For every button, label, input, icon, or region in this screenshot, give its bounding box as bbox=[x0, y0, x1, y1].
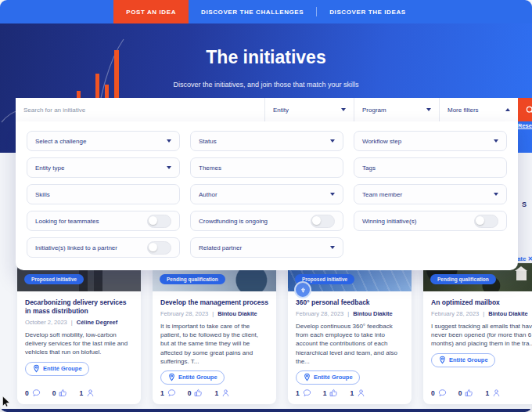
footer-edge bbox=[0, 409, 532, 412]
initiative-card[interactable]: Pending qualification An optimized mailb… bbox=[423, 263, 532, 404]
post-an-idea-button[interactable]: POST AN IDEA bbox=[113, 0, 189, 23]
initiative-card[interactable]: Proposed initiative Decarbonizing delive… bbox=[17, 263, 141, 404]
initiatives-card-grid: Proposed initiative Decarbonizing delive… bbox=[0, 263, 532, 404]
likes-count: 0 bbox=[52, 389, 56, 397]
card-body: Develop the management process February … bbox=[153, 291, 276, 404]
filter-label: Workflow step bbox=[362, 138, 401, 145]
filter-status[interactable]: Status bbox=[190, 131, 343, 151]
award-gem-icon bbox=[294, 281, 311, 298]
initiative-author[interactable]: Bintou Diakite bbox=[353, 310, 392, 317]
filter-label: Team member bbox=[362, 191, 402, 198]
entity-tag[interactable]: Entité Groupe bbox=[160, 370, 225, 385]
caret-up-icon bbox=[505, 108, 510, 111]
likes-stat[interactable]: 0 bbox=[458, 389, 474, 397]
likes-stat[interactable]: 0 bbox=[188, 389, 203, 397]
entity-dropdown[interactable]: Entity bbox=[264, 98, 354, 121]
likes-stat[interactable]: 0 bbox=[52, 389, 68, 397]
initiative-title[interactable]: Decarbonizing delivery services in mass … bbox=[25, 298, 133, 316]
teammates-toggle[interactable] bbox=[147, 215, 171, 228]
card-body: Decarbonizing delivery services in mass … bbox=[17, 291, 141, 404]
advanced-filters-panel: Select a challenge Status Workflow step … bbox=[16, 121, 518, 270]
initiative-author[interactable]: Céline Degreef bbox=[77, 319, 118, 326]
filter-entity-type[interactable]: Entity type bbox=[27, 157, 180, 178]
comment-icon bbox=[303, 389, 311, 397]
initiatives-page: POST AN IDEA DISCOVER THE CHALLENGES DIS… bbox=[0, 0, 532, 412]
filter-author[interactable]: Author bbox=[190, 184, 343, 204]
initiative-meta: February 28, 2023 | Bintou Diakite bbox=[296, 310, 404, 317]
filter-label: Winning initiative(s) bbox=[362, 218, 416, 225]
likes-count: 1 bbox=[323, 389, 327, 397]
filter-bar: Entity Program More filters bbox=[16, 98, 518, 122]
map-pin-icon bbox=[303, 373, 311, 381]
initiative-description: Develop continuous 360° feedback from ea… bbox=[296, 322, 404, 366]
initiative-title[interactable]: 360° personal feedback bbox=[296, 298, 404, 307]
members-stat[interactable]: 1 bbox=[350, 389, 365, 397]
search-icon bbox=[526, 106, 532, 114]
members-stat[interactable]: 1 bbox=[79, 389, 95, 397]
caret-down-icon bbox=[341, 108, 346, 111]
chip-close-icon[interactable]: ✕ bbox=[527, 255, 532, 262]
initiative-title[interactable]: Develop the management process bbox=[160, 298, 268, 307]
filter-label: Select a challenge bbox=[35, 138, 86, 145]
filter-label: Status bbox=[199, 138, 217, 145]
filter-label: Entity type bbox=[35, 164, 64, 172]
card-stats: 0 0 1 bbox=[431, 389, 532, 397]
initiative-card[interactable]: Pending qualification Develop the manage… bbox=[153, 263, 276, 404]
reset-link[interactable]: Reset bbox=[518, 122, 532, 129]
thumbs-up-icon bbox=[59, 389, 67, 397]
map-pin-icon bbox=[438, 356, 447, 364]
nav-link-discover-ideas[interactable]: DISCOVER THE IDEAS bbox=[317, 9, 418, 16]
person-icon bbox=[221, 389, 230, 397]
comment-icon bbox=[438, 389, 447, 397]
search-input[interactable] bbox=[16, 98, 264, 121]
comments-stat[interactable]: 0 bbox=[431, 389, 447, 397]
comments-stat[interactable]: 0 bbox=[25, 389, 41, 397]
members-count: 1 bbox=[350, 389, 354, 397]
nav-link-discover-challenges[interactable]: DISCOVER THE CHALLENGES bbox=[189, 9, 316, 16]
caret-down-icon bbox=[330, 246, 335, 249]
filter-tags-input[interactable]: Tags bbox=[354, 157, 507, 178]
filter-select-challenge[interactable]: Select a challenge bbox=[27, 131, 180, 151]
map-pin-icon bbox=[167, 373, 176, 381]
entity-dropdown-label: Entity bbox=[273, 107, 289, 114]
caret-down-icon bbox=[494, 193, 498, 196]
search-submit-button[interactable] bbox=[518, 98, 532, 121]
crowdfunding-toggle[interactable] bbox=[311, 215, 335, 228]
initiative-author[interactable]: Bintou Diakite bbox=[217, 310, 257, 317]
filter-skills-input[interactable]: Skills bbox=[27, 184, 180, 204]
likes-stat[interactable]: 1 bbox=[323, 389, 339, 397]
winning-toggle[interactable] bbox=[474, 215, 498, 228]
meta-separator: | bbox=[212, 310, 214, 317]
filter-workflow-step[interactable]: Workflow step bbox=[354, 131, 507, 151]
partner-toggle[interactable] bbox=[147, 241, 171, 255]
initiative-author[interactable]: Bintou Diakite bbox=[488, 310, 527, 317]
comments-stat[interactable]: 1 bbox=[160, 389, 176, 397]
entity-tag[interactable]: Entité Groupe bbox=[431, 353, 495, 367]
entity-tag[interactable]: Entité Groupe bbox=[296, 370, 360, 385]
filter-linked-to-partner: Initiative(s) linked to a partner bbox=[27, 237, 180, 258]
filter-related-partner[interactable]: Related partner bbox=[190, 237, 343, 258]
meta-separator: | bbox=[483, 310, 484, 317]
comments-stat[interactable]: 1 bbox=[296, 389, 311, 397]
entity-tag[interactable]: Entité Groupe bbox=[25, 362, 89, 376]
initiative-card[interactable]: Proposed initiative 360° personal feedba… bbox=[288, 263, 412, 404]
caret-down-icon bbox=[167, 139, 171, 143]
program-dropdown[interactable]: Program bbox=[354, 98, 439, 121]
status-badge: Pending qualification bbox=[160, 274, 225, 284]
filter-label: Related partner bbox=[199, 244, 242, 251]
likes-count: 0 bbox=[458, 389, 462, 397]
caret-down-icon bbox=[330, 193, 335, 196]
entity-tag-label: Entité Groupe bbox=[43, 365, 82, 372]
initiative-title[interactable]: An optimized mailbox bbox=[431, 298, 532, 307]
initiative-description: I suggest tracking all emails that have … bbox=[431, 322, 532, 349]
members-count: 1 bbox=[485, 389, 489, 397]
status-badge: Proposed initiative bbox=[24, 274, 84, 284]
toggle-knob bbox=[149, 216, 157, 225]
filter-label: Author bbox=[199, 191, 217, 198]
card-body: 360° personal feedback February 28, 2023… bbox=[288, 291, 412, 404]
filter-themes-input[interactable]: Themes bbox=[190, 157, 343, 178]
members-stat[interactable]: 1 bbox=[214, 389, 230, 397]
filter-team-member[interactable]: Team member bbox=[354, 184, 507, 204]
members-stat[interactable]: 1 bbox=[485, 389, 501, 397]
more-filters-toggle[interactable]: More filters bbox=[439, 98, 518, 121]
